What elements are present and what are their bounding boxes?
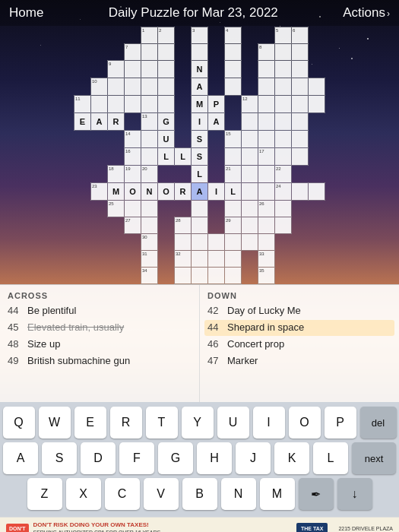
ad-banner[interactable]: DON'TRISK DON'T RISK DOING YOUR OWN TAXE…: [0, 517, 399, 532]
key-h[interactable]: H: [197, 442, 232, 474]
chevron-down-icon: ›: [387, 8, 390, 19]
key-s[interactable]: S: [42, 442, 77, 474]
clue-number: 48: [8, 338, 27, 351]
crossword-area: 1 2 3 4 5 6 7: [0, 26, 399, 284]
ad-right-text: 2215 DRIVELE PLAZA ANYTOWN, ANYWHERE: [332, 525, 393, 532]
key-n[interactable]: N: [221, 478, 256, 510]
ad-headline: DON'T RISK DOING YOUR OWN TAXES!: [33, 521, 161, 529]
clue-number: 44: [207, 321, 227, 334]
clue-across-45[interactable]: 45 Elevated train, usually: [8, 321, 192, 334]
home-button[interactable]: Home: [9, 5, 43, 21]
key-g[interactable]: G: [158, 442, 193, 474]
grid-table: 1 2 3 4 5 6 7: [74, 27, 325, 284]
clue-text: Day of Lucky Me: [227, 305, 301, 318]
across-clues-column: ACROSS 44 Be plentiful 45 Elevated train…: [0, 285, 200, 402]
key-x[interactable]: X: [66, 478, 101, 510]
key-r[interactable]: R: [110, 407, 142, 439]
key-p[interactable]: P: [325, 407, 356, 439]
ad-logo: DON'TRISK: [6, 524, 29, 532]
clue-text: Shepard in space: [227, 321, 304, 334]
clue-number: 47: [207, 355, 227, 368]
actions-label: Actions: [343, 5, 385, 20]
key-j[interactable]: J: [236, 442, 271, 474]
across-header: ACROSS: [8, 291, 192, 300]
clue-text: Size up: [27, 338, 60, 351]
key-a[interactable]: A: [3, 442, 38, 474]
clue-down-44[interactable]: 44 Shepard in space: [204, 320, 394, 336]
nav-bar: Home Daily Puzzle for Mar 23, 2022 Actio…: [0, 0, 399, 26]
key-z[interactable]: Z: [27, 478, 62, 510]
key-m[interactable]: M: [260, 478, 295, 510]
clue-number: 42: [207, 305, 227, 318]
ad-subtext: SERVING AUTHORIZED CPA FOR OVER 16 YEARS: [33, 529, 161, 532]
clues-section: ACROSS 44 Be plentiful 45 Elevated train…: [0, 284, 399, 402]
keyboard-row-2: A S D F G H J K L next: [3, 442, 396, 474]
ad-left: DON'TRISK DON'T RISK DOING YOUR OWN TAXE…: [6, 521, 160, 532]
key-d[interactable]: D: [81, 442, 116, 474]
key-k[interactable]: K: [274, 442, 309, 474]
pen-key[interactable]: ✒: [299, 478, 334, 510]
key-e[interactable]: E: [74, 407, 106, 439]
key-c[interactable]: C: [105, 478, 140, 510]
key-u[interactable]: U: [217, 407, 249, 439]
clue-text: British submachine gun: [27, 355, 130, 368]
clue-text: Concert prop: [227, 338, 284, 351]
clue-down-47[interactable]: 47 Marker: [207, 355, 391, 368]
down-clues-column: DOWN 42 Day of Lucky Me 44 Shepard in sp…: [200, 285, 399, 402]
keyboard-row-3: Z X C V B N M ✒ ↓: [3, 478, 396, 510]
clue-across-48[interactable]: 48 Size up: [8, 338, 192, 351]
actions-button[interactable]: Actions›: [343, 5, 390, 21]
down-header: DOWN: [207, 291, 391, 300]
key-o[interactable]: O: [289, 407, 321, 439]
keyboard: Q W E R T Y U I O P del A S D F G H J K …: [0, 402, 399, 517]
crossword-grid[interactable]: 1 2 3 4 5 6 7: [74, 27, 325, 284]
clue-across-44[interactable]: 44 Be plentiful: [8, 305, 192, 318]
clue-number: 44: [8, 305, 27, 318]
ad-text: DON'T RISK DOING YOUR OWN TAXES! SERVING…: [33, 521, 161, 532]
key-l[interactable]: L: [313, 442, 348, 474]
clue-text: Marker: [227, 355, 258, 368]
puzzle-title: Daily Puzzle for Mar 23, 2022: [109, 5, 278, 21]
ad-right: THE TAXGROUP 2215 DRIVELE PLAZA ANYTOWN,…: [296, 523, 393, 532]
clue-text: Elevated train, usually: [27, 321, 124, 334]
keyboard-row-1: Q W E R T Y U I O P del: [3, 407, 396, 439]
clue-number: 46: [207, 338, 227, 351]
clue-across-49[interactable]: 49 British submachine gun: [8, 355, 192, 368]
ad-right-logo: THE TAXGROUP: [296, 523, 328, 532]
key-q[interactable]: Q: [3, 407, 35, 439]
key-w[interactable]: W: [39, 407, 71, 439]
ad-address-1: 2215 DRIVELE PLAZA: [332, 525, 393, 532]
key-v[interactable]: V: [144, 478, 179, 510]
down-arrow-key[interactable]: ↓: [337, 478, 372, 510]
clue-text: Be plentiful: [27, 305, 76, 318]
key-t[interactable]: T: [146, 407, 178, 439]
clue-down-46[interactable]: 46 Concert prop: [207, 338, 391, 351]
key-f[interactable]: F: [119, 442, 154, 474]
key-i[interactable]: I: [253, 407, 285, 439]
next-key[interactable]: next: [352, 442, 396, 474]
clue-number: 45: [8, 321, 27, 334]
key-y[interactable]: Y: [182, 407, 214, 439]
clue-down-42[interactable]: 42 Day of Lucky Me: [207, 305, 391, 318]
key-b[interactable]: B: [182, 478, 217, 510]
clue-number: 49: [8, 355, 27, 368]
delete-key[interactable]: del: [360, 407, 397, 439]
